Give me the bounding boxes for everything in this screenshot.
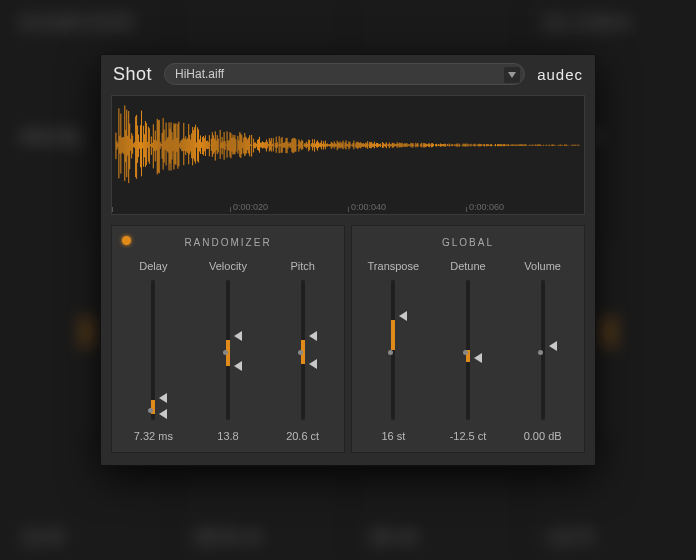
plugin-window: Shot HiHat.aiff audec 0:00:020 0:00:040 … xyxy=(100,54,596,466)
range-bottom-handle-icon[interactable] xyxy=(159,409,167,419)
slider-label: Velocity xyxy=(209,260,247,272)
brand-logo: audec xyxy=(537,66,583,83)
randomizer-panel: RANDOMIZER Delay7.32 msVelocity13.8Pitch… xyxy=(111,225,345,453)
center-dot-icon xyxy=(538,350,543,355)
slider-value: 13.8 xyxy=(217,430,238,442)
slider-track[interactable] xyxy=(391,280,395,420)
file-name: HiHat.aiff xyxy=(175,67,224,81)
slider-track[interactable] xyxy=(541,280,545,420)
waveform-icon xyxy=(112,96,584,214)
range-top-handle-icon[interactable] xyxy=(309,331,317,341)
global-slider-transpose: Transpose16 st xyxy=(363,260,423,442)
slider-track[interactable] xyxy=(151,280,155,420)
randomizer-slider-delay: Delay7.32 ms xyxy=(123,260,183,442)
global-slider-detune: Detune-12.5 ct xyxy=(438,260,498,442)
file-dropdown[interactable]: HiHat.aiff xyxy=(164,63,525,85)
range-bottom-handle-icon[interactable] xyxy=(309,359,317,369)
global-slider-volume: Volume0.00 dB xyxy=(513,260,573,442)
slider-track[interactable] xyxy=(466,280,470,420)
randomizer-title: RANDOMIZER xyxy=(184,237,271,248)
slider-value: -12.5 ct xyxy=(450,430,487,442)
slider-label: Transpose xyxy=(368,260,420,272)
slider-value: 0.00 dB xyxy=(524,430,562,442)
value-handle-icon[interactable] xyxy=(474,353,482,363)
randomizer-slider-pitch: Pitch20.6 ct xyxy=(273,260,333,442)
panels: RANDOMIZER Delay7.32 msVelocity13.8Pitch… xyxy=(101,221,595,465)
randomizer-slider-velocity: Velocity13.8 xyxy=(198,260,258,442)
chevron-down-icon xyxy=(504,67,520,83)
range-top-handle-icon[interactable] xyxy=(234,331,242,341)
header: Shot HiHat.aiff audec xyxy=(101,55,595,93)
global-title: GLOBAL xyxy=(442,237,494,248)
waveform-display[interactable]: 0:00:020 0:00:040 0:00:060 xyxy=(111,95,585,215)
center-dot-icon xyxy=(463,350,468,355)
plugin-title: Shot xyxy=(113,64,152,85)
value-handle-icon[interactable] xyxy=(549,341,557,351)
time-axis: 0:00:020 0:00:040 0:00:060 xyxy=(112,202,584,212)
randomizer-led[interactable] xyxy=(122,236,131,245)
range-bottom-handle-icon[interactable] xyxy=(234,361,242,371)
slider-label: Detune xyxy=(450,260,485,272)
global-panel: GLOBAL Transpose16 stDetune-12.5 ctVolum… xyxy=(351,225,585,453)
center-dot-icon xyxy=(223,350,228,355)
slider-track[interactable] xyxy=(301,280,305,420)
value-handle-icon[interactable] xyxy=(399,311,407,321)
center-dot-icon xyxy=(388,350,393,355)
slider-label: Delay xyxy=(139,260,167,272)
slider-value: 7.32 ms xyxy=(134,430,173,442)
slider-value: 16 st xyxy=(381,430,405,442)
slider-label: Pitch xyxy=(290,260,314,272)
center-dot-icon xyxy=(298,350,303,355)
slider-label: Volume xyxy=(524,260,561,272)
range-top-handle-icon[interactable] xyxy=(159,393,167,403)
slider-track[interactable] xyxy=(226,280,230,420)
slider-value: 20.6 ct xyxy=(286,430,319,442)
